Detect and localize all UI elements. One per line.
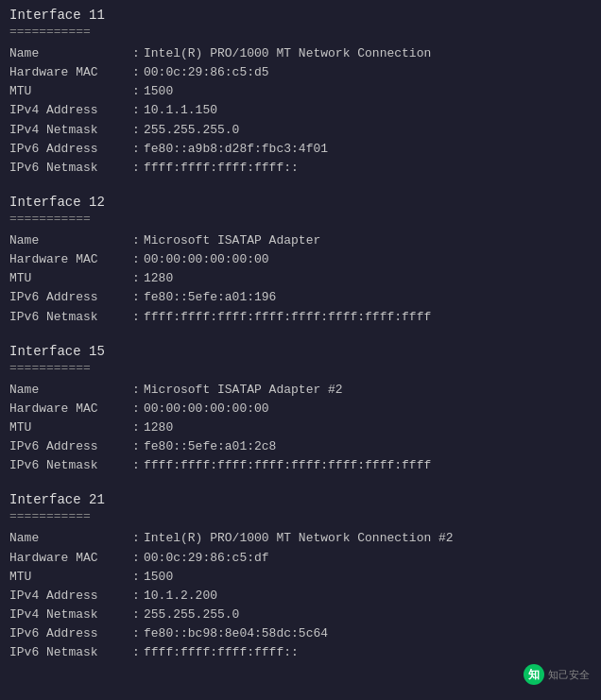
field-name: Name [9,44,132,63]
field-row: Name: Microsoft ISATAP Adapter #2 [9,381,592,400]
field-value: 00:00:00:00:00:00 [144,400,269,418]
field-colon: : [132,568,144,587]
field-row: IPv4 Address: 10.1.1.150 [9,101,592,120]
field-row: Hardware MAC: 00:00:00:00:00:00 [9,400,592,418]
field-name: IPv6 Netmask [9,643,132,662]
field-value: 1280 [144,418,173,437]
field-row: Name: Intel(R) PRO/1000 MT Network Conne… [9,529,592,548]
field-name: MTU [9,82,132,101]
field-row: IPv6 Address: fe80::5efe:a01:2c8 [9,437,592,456]
terminal-window: Interface 11===========Name: Intel(R) PR… [0,0,601,700]
field-colon: : [132,159,144,178]
interface-11-block: Interface 11===========Name: Intel(R) PR… [9,8,592,178]
field-value: fe80::a9b8:d28f:fbc3:4f01 [144,140,328,159]
field-name: IPv6 Address [9,288,132,307]
field-row: Name: Microsoft ISATAP Adapter [9,231,592,250]
interface-15-block: Interface 15===========Name: Microsoft I… [9,344,592,476]
field-name: Hardware MAC [9,400,132,418]
field-value: Microsoft ISATAP Adapter [144,231,320,250]
field-colon: : [132,121,144,140]
field-value: 1280 [144,269,173,288]
watermark-text: 知己安全 [548,668,590,682]
field-colon: : [132,381,144,400]
field-value: fe80::5efe:a01:2c8 [144,437,276,456]
field-row: Hardware MAC: 00:0c:29:86:c5:d5 [9,63,592,82]
field-name: IPv6 Address [9,624,132,643]
field-value: 1500 [144,82,173,101]
field-name: IPv6 Address [9,140,132,159]
interface-12-block: Interface 12===========Name: Microsoft I… [9,195,592,327]
field-colon: : [132,643,144,662]
field-row: MTU: 1280 [9,269,592,288]
field-value: ffff:ffff:ffff:ffff:: [144,159,299,178]
watermark-icon: 知 [524,664,544,685]
field-row: Name: Intel(R) PRO/1000 MT Network Conne… [9,44,592,63]
field-name: MTU [9,568,132,587]
field-row: IPv6 Address: fe80::a9b8:d28f:fbc3:4f01 [9,140,592,159]
field-colon: : [132,82,144,101]
interface-21-separator: =========== [9,509,592,523]
field-row: IPv6 Netmask: ffff:ffff:ffff:ffff:: [9,643,592,662]
field-name: IPv4 Netmask [9,606,132,624]
field-colon: : [132,400,144,418]
interface-12-title: Interface 12 [9,195,592,210]
field-value: 00:00:00:00:00:00 [144,250,269,269]
field-value: 10.1.1.150 [144,101,217,120]
field-value: 00:0c:29:86:c5:d5 [144,63,269,82]
field-value: ffff:ffff:ffff:ffff:ffff:ffff:ffff:ffff [144,456,431,475]
field-row: IPv6 Address: fe80::5efe:a01:196 [9,288,592,307]
field-name: Hardware MAC [9,63,132,82]
field-row: MTU: 1500 [9,82,592,101]
field-colon: : [132,101,144,120]
field-name: IPv4 Netmask [9,121,132,140]
interface-21-block: Interface 21===========Name: Intel(R) PR… [9,492,592,662]
field-value: Intel(R) PRO/1000 MT Network Connection [144,44,431,63]
field-name: MTU [9,269,132,288]
field-name: IPv6 Netmask [9,308,132,327]
field-row: Hardware MAC: 00:0c:29:86:c5:df [9,549,592,568]
interface-11-title: Interface 11 [9,8,592,23]
field-name: Hardware MAC [9,250,132,269]
field-row: IPv6 Netmask: ffff:ffff:ffff:ffff:ffff:f… [9,456,592,475]
field-row: IPv4 Netmask: 255.255.255.0 [9,606,592,624]
field-colon: : [132,231,144,250]
field-value: 255.255.255.0 [144,606,239,624]
field-colon: : [132,288,144,307]
field-colon: : [132,269,144,288]
interface-12-separator: =========== [9,212,592,226]
interface-15-separator: =========== [9,361,592,375]
field-name: MTU [9,418,132,437]
watermark: 知 知己安全 [524,664,590,685]
field-value: 10.1.2.200 [144,587,217,606]
interface-11-separator: =========== [9,25,592,39]
field-name: Hardware MAC [9,549,132,568]
field-row: IPv4 Address: 10.1.2.200 [9,587,592,606]
field-name: IPv6 Address [9,437,132,456]
field-row: Hardware MAC: 00:00:00:00:00:00 [9,250,592,269]
interface-15-title: Interface 15 [9,344,592,359]
field-name: IPv6 Netmask [9,159,132,178]
field-value: ffff:ffff:ffff:ffff:ffff:ffff:ffff:ffff [144,308,431,327]
field-name: Name [9,381,132,400]
field-name: Name [9,231,132,250]
field-value: fe80::bc98:8e04:58dc:5c64 [144,624,328,643]
field-colon: : [132,456,144,475]
field-value: 1500 [144,568,173,587]
field-row: IPv6 Netmask: ffff:ffff:ffff:ffff:: [9,159,592,178]
field-name: IPv4 Address [9,101,132,120]
field-value: fe80::5efe:a01:196 [144,288,276,307]
field-colon: : [132,437,144,456]
field-colon: : [132,63,144,82]
field-value: ffff:ffff:ffff:ffff:: [144,643,299,662]
field-colon: : [132,140,144,159]
field-row: MTU: 1500 [9,568,592,587]
field-name: Name [9,529,132,548]
field-value: Microsoft ISATAP Adapter #2 [144,381,343,400]
field-colon: : [132,308,144,327]
field-name: IPv4 Address [9,587,132,606]
field-colon: : [132,624,144,643]
field-value: 00:0c:29:86:c5:df [144,549,269,568]
field-colon: : [132,549,144,568]
field-name: IPv6 Netmask [9,456,132,475]
field-row: MTU: 1280 [9,418,592,437]
